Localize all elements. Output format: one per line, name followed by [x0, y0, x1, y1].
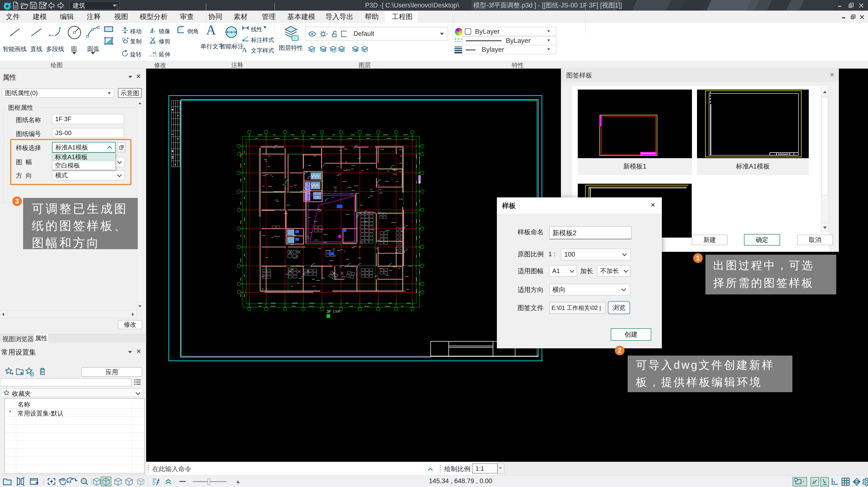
svg-text:3F: 3F: [327, 309, 332, 314]
svg-text:1:100: 1:100: [333, 310, 340, 313]
